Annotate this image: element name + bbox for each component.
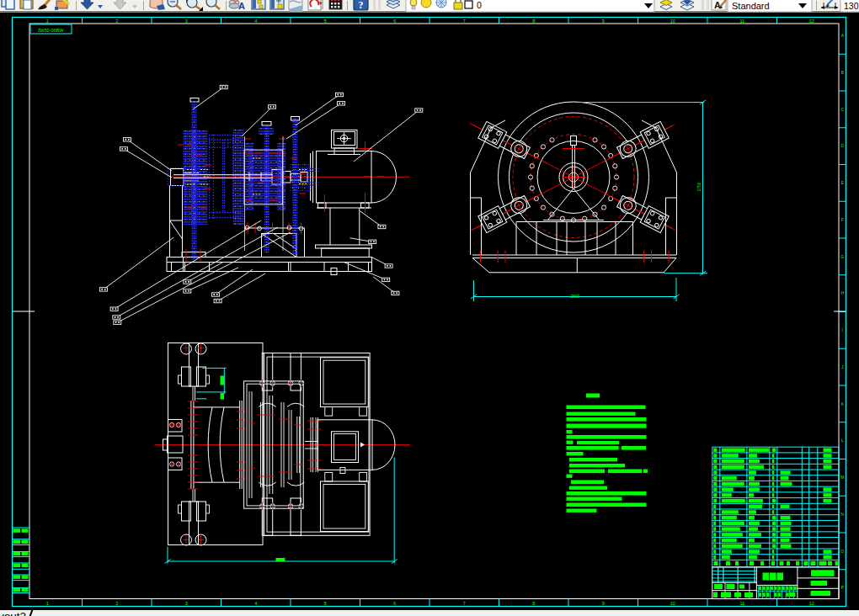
- svg-text:Standard: Standard: [732, 1, 770, 11]
- svg-text:?: ?: [359, 0, 364, 11]
- svg-text:A: A: [238, 1, 245, 11]
- svg-text:5: 5: [324, 601, 327, 606]
- svg-text:8: 8: [532, 601, 535, 606]
- svg-text:3: 3: [185, 19, 188, 24]
- svg-text:C: C: [840, 107, 844, 112]
- svg-text:D: D: [840, 143, 844, 148]
- svg-text:G: G: [840, 254, 844, 259]
- svg-text:N: N: [840, 512, 844, 517]
- svg-text:8: 8: [532, 19, 535, 24]
- svg-text:5: 5: [324, 19, 327, 24]
- svg-text:12: 12: [809, 19, 814, 24]
- svg-text:7: 7: [463, 601, 466, 606]
- svg-text:10: 10: [670, 19, 675, 24]
- svg-text:1: 1: [46, 601, 49, 606]
- svg-text:1: 1: [46, 19, 49, 24]
- svg-text:4: 4: [254, 19, 257, 24]
- svg-text:9: 9: [602, 601, 605, 606]
- svg-text:9: 9: [602, 19, 605, 24]
- svg-text:130: 130: [844, 1, 859, 11]
- svg-text:F: F: [841, 217, 844, 222]
- svg-text:L: L: [841, 438, 844, 443]
- svg-text:2: 2: [115, 601, 118, 606]
- svg-text:1750: 1750: [696, 182, 702, 191]
- svg-text:3: 3: [185, 601, 188, 606]
- svg-text:7: 7: [463, 19, 466, 24]
- svg-text:M: M: [840, 475, 844, 480]
- svg-text:11: 11: [739, 601, 744, 606]
- svg-text:10: 10: [670, 601, 675, 606]
- svg-text:H: H: [840, 290, 844, 295]
- svg-text:6: 6: [393, 601, 396, 606]
- svg-text:2: 2: [115, 19, 118, 24]
- svg-text:2800: 2800: [570, 294, 579, 299]
- svg-text:11: 11: [739, 19, 744, 24]
- svg-text:4: 4: [254, 601, 257, 606]
- svg-text:I: I: [842, 327, 843, 332]
- svg-text:O: O: [840, 549, 844, 554]
- svg-text:12: 12: [809, 601, 814, 606]
- svg-text:0: 0: [477, 0, 482, 10]
- svg-text:JW50-06BW: JW50-06BW: [38, 28, 65, 33]
- svg-text:6: 6: [393, 19, 396, 24]
